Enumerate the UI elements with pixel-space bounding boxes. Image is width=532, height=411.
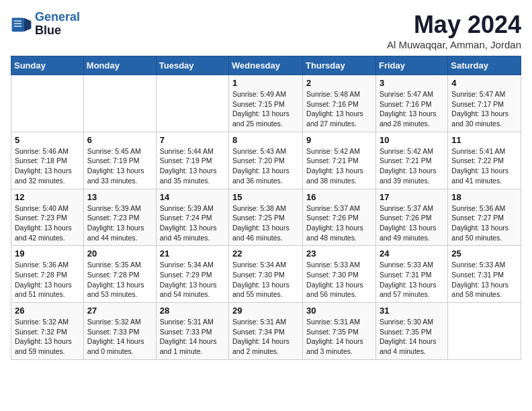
day-number: 19 [15, 248, 80, 259]
header-cell-sunday: Sunday [11, 56, 84, 75]
day-cell [448, 303, 521, 360]
day-cell: 9Sunrise: 5:42 AMSunset: 7:21 PMDaylight… [303, 132, 376, 189]
day-cell: 1Sunrise: 5:49 AMSunset: 7:15 PMDaylight… [229, 75, 303, 132]
header-cell-tuesday: Tuesday [156, 56, 228, 75]
day-number: 31 [380, 306, 444, 316]
day-info: Sunrise: 5:33 AMSunset: 7:30 PMDaylight:… [306, 260, 372, 300]
day-number: 13 [87, 192, 152, 202]
svg-rect-4 [14, 26, 21, 27]
day-info: Sunrise: 5:38 AMSunset: 7:25 PMDaylight:… [232, 203, 299, 243]
calendar-body: 1Sunrise: 5:49 AMSunset: 7:15 PMDaylight… [11, 75, 521, 360]
day-info: Sunrise: 5:34 AMSunset: 7:29 PMDaylight:… [160, 260, 225, 300]
day-cell: 31Sunrise: 5:30 AMSunset: 7:35 PMDayligh… [375, 303, 447, 360]
day-info: Sunrise: 5:37 AMSunset: 7:26 PMDaylight:… [306, 203, 372, 243]
day-info: Sunrise: 5:30 AMSunset: 7:35 PMDaylight:… [380, 317, 444, 357]
day-info: Sunrise: 5:35 AMSunset: 7:28 PMDaylight:… [87, 260, 152, 300]
day-info: Sunrise: 5:49 AMSunset: 7:15 PMDaylight:… [232, 89, 299, 129]
day-info: Sunrise: 5:31 AMSunset: 7:33 PMDaylight:… [160, 317, 225, 357]
header-row: SundayMondayTuesdayWednesdayThursdayFrid… [11, 56, 521, 75]
day-number: 1 [232, 78, 299, 88]
day-cell: 2Sunrise: 5:48 AMSunset: 7:16 PMDaylight… [303, 75, 376, 132]
day-cell: 26Sunrise: 5:32 AMSunset: 7:32 PMDayligh… [11, 303, 84, 360]
day-number: 16 [306, 192, 372, 202]
day-info: Sunrise: 5:37 AMSunset: 7:26 PMDaylight:… [380, 203, 444, 243]
header-cell-thursday: Thursday [303, 56, 376, 75]
day-cell [156, 75, 228, 132]
logo-text: General Blue [35, 11, 80, 38]
day-cell: 20Sunrise: 5:35 AMSunset: 7:28 PMDayligh… [83, 246, 156, 303]
day-info: Sunrise: 5:43 AMSunset: 7:20 PMDaylight:… [232, 146, 299, 186]
day-number: 26 [15, 306, 80, 316]
day-number: 10 [380, 135, 444, 145]
calendar-header: SundayMondayTuesdayWednesdayThursdayFrid… [11, 56, 521, 75]
svg-rect-2 [14, 20, 21, 21]
day-cell: 24Sunrise: 5:33 AMSunset: 7:31 PMDayligh… [375, 246, 447, 303]
day-info: Sunrise: 5:33 AMSunset: 7:31 PMDaylight:… [380, 260, 444, 300]
day-info: Sunrise: 5:32 AMSunset: 7:32 PMDaylight:… [15, 317, 80, 357]
day-cell: 6Sunrise: 5:45 AMSunset: 7:19 PMDaylight… [83, 132, 156, 189]
day-cell: 16Sunrise: 5:37 AMSunset: 7:26 PMDayligh… [303, 189, 376, 246]
day-number: 29 [232, 306, 299, 316]
day-info: Sunrise: 5:31 AMSunset: 7:35 PMDaylight:… [306, 317, 372, 357]
day-number: 7 [160, 135, 225, 145]
day-info: Sunrise: 5:45 AMSunset: 7:19 PMDaylight:… [87, 146, 152, 186]
day-number: 28 [160, 306, 225, 316]
day-number: 9 [306, 135, 372, 145]
day-info: Sunrise: 5:46 AMSunset: 7:18 PMDaylight:… [15, 146, 80, 186]
month-title: May 2024 [387, 11, 521, 39]
day-cell: 21Sunrise: 5:34 AMSunset: 7:29 PMDayligh… [156, 246, 228, 303]
week-row-1: 1Sunrise: 5:49 AMSunset: 7:15 PMDaylight… [11, 75, 521, 132]
header-cell-wednesday: Wednesday [229, 56, 303, 75]
day-cell: 22Sunrise: 5:34 AMSunset: 7:30 PMDayligh… [229, 246, 303, 303]
day-info: Sunrise: 5:42 AMSunset: 7:21 PMDaylight:… [380, 146, 444, 186]
svg-rect-0 [12, 17, 24, 32]
day-info: Sunrise: 5:47 AMSunset: 7:17 PMDaylight:… [451, 89, 517, 129]
day-info: Sunrise: 5:31 AMSunset: 7:34 PMDaylight:… [232, 317, 299, 357]
day-number: 4 [451, 78, 517, 88]
day-cell: 10Sunrise: 5:42 AMSunset: 7:21 PMDayligh… [375, 132, 447, 189]
day-number: 6 [87, 135, 152, 145]
day-cell [83, 75, 156, 132]
day-number: 11 [451, 135, 517, 145]
week-row-3: 12Sunrise: 5:40 AMSunset: 7:23 PMDayligh… [11, 189, 521, 246]
day-info: Sunrise: 5:40 AMSunset: 7:23 PMDaylight:… [15, 203, 80, 243]
header-cell-saturday: Saturday [448, 56, 521, 75]
logo-icon [11, 13, 32, 35]
calendar-table: SundayMondayTuesdayWednesdayThursdayFrid… [11, 56, 521, 360]
day-number: 14 [160, 192, 225, 202]
day-cell: 13Sunrise: 5:39 AMSunset: 7:23 PMDayligh… [83, 189, 156, 246]
day-cell: 5Sunrise: 5:46 AMSunset: 7:18 PMDaylight… [11, 132, 84, 189]
day-info: Sunrise: 5:42 AMSunset: 7:21 PMDaylight:… [306, 146, 372, 186]
day-info: Sunrise: 5:36 AMSunset: 7:27 PMDaylight:… [451, 203, 517, 243]
day-number: 24 [380, 248, 444, 259]
day-info: Sunrise: 5:48 AMSunset: 7:16 PMDaylight:… [306, 89, 372, 129]
day-info: Sunrise: 5:39 AMSunset: 7:23 PMDaylight:… [87, 203, 152, 243]
day-info: Sunrise: 5:47 AMSunset: 7:16 PMDaylight:… [380, 89, 444, 129]
day-number: 17 [380, 192, 444, 202]
day-cell: 11Sunrise: 5:41 AMSunset: 7:22 PMDayligh… [448, 132, 521, 189]
day-info: Sunrise: 5:34 AMSunset: 7:30 PMDaylight:… [232, 260, 299, 300]
day-cell: 12Sunrise: 5:40 AMSunset: 7:23 PMDayligh… [11, 189, 84, 246]
day-info: Sunrise: 5:33 AMSunset: 7:31 PMDaylight:… [451, 260, 517, 300]
logo: General Blue [11, 11, 80, 38]
day-cell: 15Sunrise: 5:38 AMSunset: 7:25 PMDayligh… [229, 189, 303, 246]
week-row-5: 26Sunrise: 5:32 AMSunset: 7:32 PMDayligh… [11, 303, 521, 360]
day-number: 2 [306, 78, 372, 88]
week-row-2: 5Sunrise: 5:46 AMSunset: 7:18 PMDaylight… [11, 132, 521, 189]
day-cell: 4Sunrise: 5:47 AMSunset: 7:17 PMDaylight… [448, 75, 521, 132]
svg-marker-1 [24, 17, 31, 32]
day-cell: 27Sunrise: 5:32 AMSunset: 7:33 PMDayligh… [83, 303, 156, 360]
day-number: 22 [232, 248, 299, 259]
day-cell: 29Sunrise: 5:31 AMSunset: 7:34 PMDayligh… [229, 303, 303, 360]
day-cell [11, 75, 84, 132]
day-number: 23 [306, 248, 372, 259]
day-info: Sunrise: 5:41 AMSunset: 7:22 PMDaylight:… [451, 146, 517, 186]
day-number: 5 [15, 135, 80, 145]
day-number: 3 [380, 78, 444, 88]
day-number: 30 [306, 306, 372, 316]
day-number: 18 [451, 192, 517, 202]
day-cell: 19Sunrise: 5:36 AMSunset: 7:28 PMDayligh… [11, 246, 84, 303]
day-number: 25 [451, 248, 517, 259]
day-cell: 30Sunrise: 5:31 AMSunset: 7:35 PMDayligh… [303, 303, 376, 360]
day-info: Sunrise: 5:44 AMSunset: 7:19 PMDaylight:… [160, 146, 225, 186]
